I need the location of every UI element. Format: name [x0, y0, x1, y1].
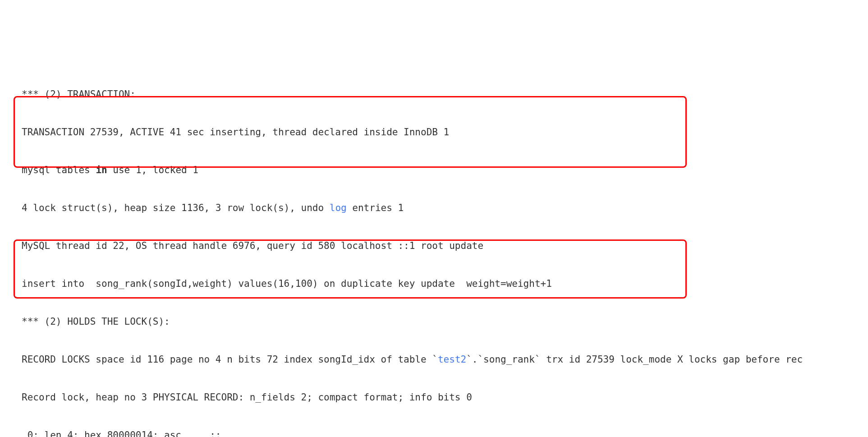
code-text: 4 lock struct(s), heap size 1136, 3 row … [22, 202, 330, 213]
code-line: insert into song_rank(songId,weight) val… [22, 274, 868, 293]
code-line: *** (2) TRANSACTION: [22, 85, 868, 104]
code-line: RECORD LOCKS space id 116 page no 4 n bi… [22, 350, 868, 369]
token-test2: test2 [438, 354, 466, 365]
code-text: entries 1 [347, 202, 404, 213]
code-line: mysql tables in use 1, locked 1 [22, 161, 868, 179]
code-line: MySQL thread id 22, OS thread handle 697… [22, 236, 868, 255]
code-text: `.`song_rank` trx id 27539 lock_mode X l… [466, 354, 803, 365]
token-log: log [330, 202, 347, 213]
code-text: RECORD LOCKS space id 116 page no 4 n bi… [22, 354, 438, 365]
code-line: TRANSACTION 27539, ACTIVE 41 sec inserti… [22, 123, 868, 142]
code-line: *** (2) HOLDS THE LOCK(S): [22, 312, 868, 331]
code-line: Record lock, heap no 3 PHYSICAL RECORD: … [22, 388, 868, 407]
code-text: mysql tables [22, 165, 96, 175]
code-line: 4 lock struct(s), heap size 1136, 3 row … [22, 198, 868, 217]
keyword-in: in [96, 165, 107, 175]
code-text: use 1, locked 1 [107, 165, 198, 175]
code-line: 0: len 4; hex 80000014; asc ;; [22, 426, 868, 437]
